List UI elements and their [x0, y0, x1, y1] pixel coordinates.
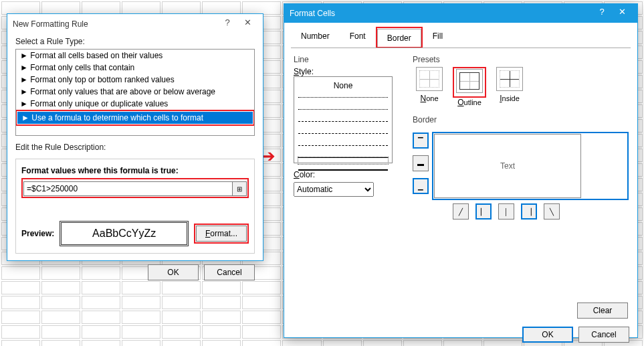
rule-type-item[interactable]: ► Format only top or bottom ranked value… — [16, 74, 254, 86]
tab-border[interactable]: Border — [377, 29, 421, 47]
border-label: Border — [413, 115, 628, 124]
select-rule-type-label: Select a Rule Type: — [15, 37, 255, 46]
border-right-button[interactable]: ▕ — [521, 203, 537, 220]
preset-inside-button[interactable] — [496, 67, 523, 91]
preset-none-label: NoneNone — [413, 94, 446, 103]
line-style-item-selected[interactable] — [298, 157, 388, 164]
tab-font[interactable]: Font — [340, 27, 376, 48]
new-formatting-rule-dialog: New Formatting Rule ? ✕ Select a Rule Ty… — [7, 13, 263, 261]
preview-label: Preview: — [21, 229, 54, 238]
ok-button[interactable]: OK — [148, 264, 199, 280]
rule-type-item[interactable]: ► Format only values that are above or b… — [16, 86, 254, 98]
border-middle-h-button[interactable]: ▬ — [413, 155, 429, 171]
rule-type-item[interactable]: ► Format only cells that contain — [16, 62, 254, 74]
clear-button[interactable]: Clear — [577, 302, 628, 319]
preset-inside-label: InsideInside — [493, 94, 526, 103]
tab-fill[interactable]: Fill — [423, 27, 453, 48]
rule-type-list[interactable]: ► Format all cells based on their values… — [15, 49, 255, 136]
format-button[interactable]: FFormat...ormat... — [196, 226, 247, 242]
formula-true-label: Format values where this formula is true… — [21, 166, 249, 175]
help-button[interactable]: ? — [592, 7, 612, 20]
border-diag-up-button[interactable]: ╱ — [453, 203, 469, 220]
dialog-title: New Formatting Rule — [13, 19, 88, 29]
border-left-button[interactable]: ▏ — [475, 203, 492, 220]
line-style-item[interactable] — [298, 121, 388, 128]
color-label: Color:Color: — [294, 170, 401, 179]
tabs: Number Font Border Fill — [291, 27, 631, 48]
border-diag-down-button[interactable]: ╲ — [544, 203, 560, 220]
line-style-item[interactable] — [298, 97, 388, 104]
presets-label: Presets — [413, 55, 628, 64]
close-icon[interactable]: ✕ — [612, 7, 632, 20]
line-style-item[interactable] — [298, 133, 388, 140]
rule-type-item-selected[interactable]: ► Use a formula to determine which cells… — [17, 112, 253, 124]
cancel-button[interactable]: Cancel — [578, 327, 629, 343]
ok-button[interactable]: OK — [522, 327, 573, 343]
preset-outline-button[interactable] — [456, 69, 483, 93]
preset-none-button[interactable] — [416, 67, 443, 91]
style-label: Style:Style: — [294, 67, 401, 76]
rule-description-box: Format values where this formula is true… — [15, 159, 255, 254]
rule-type-item[interactable]: ► Format only unique or duplicate values — [16, 98, 254, 110]
line-color-select[interactable]: Automatic — [294, 182, 374, 197]
border-top-button[interactable]: ▔ — [413, 133, 429, 149]
range-selector-icon[interactable]: ⊞ — [232, 181, 247, 196]
border-middle-v-button[interactable]: │ — [498, 203, 514, 220]
preview-swatch: AaBbCcYyZz — [60, 221, 189, 246]
help-button[interactable]: ? — [217, 17, 237, 31]
border-bottom-button[interactable]: ▁ — [413, 178, 429, 194]
close-icon[interactable]: ✕ — [237, 17, 257, 31]
preset-outline-label: OutlineOutline — [453, 98, 486, 107]
rule-type-item[interactable]: ► Format all cells based on their values — [16, 50, 254, 62]
formula-input[interactable] — [23, 181, 233, 196]
cancel-button[interactable]: Cancel — [204, 264, 255, 280]
line-label: Line — [294, 55, 401, 64]
line-style-none[interactable]: None — [298, 80, 388, 92]
line-style-item[interactable] — [298, 109, 388, 116]
line-style-item[interactable] — [298, 145, 388, 152]
line-style-list[interactable]: None — [294, 76, 393, 163]
edit-rule-description-label: Edit the Rule Description: — [15, 143, 255, 152]
dialog-title: Format Cells — [290, 9, 335, 18]
tab-number[interactable]: Number — [291, 27, 340, 48]
format-cells-dialog: Format Cells ? ✕ Number Font Border Fill… — [284, 3, 638, 338]
border-preview: Text — [434, 134, 581, 198]
